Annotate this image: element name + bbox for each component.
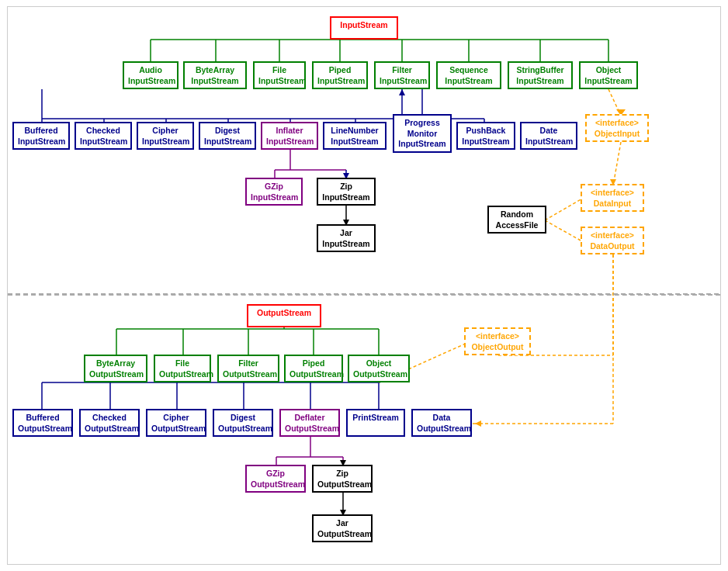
outputstream-node: OutputStream bbox=[247, 304, 321, 327]
filter-outputstream-node: FilterOutputStream bbox=[217, 355, 279, 382]
bytearray-inputstream-node: ByteArrayInputStream bbox=[183, 61, 247, 89]
gzip-inputstream-node: GZipInputStream bbox=[245, 178, 303, 206]
buffered-inputstream-node: BufferedInputStream bbox=[12, 122, 70, 150]
dataoutput-interface-node: <interface>DataOutput bbox=[581, 227, 644, 254]
randomaccessfile-node: RandomAccessFile bbox=[487, 206, 546, 234]
digest-inputstream-node: DigestInputStream bbox=[199, 122, 256, 150]
piped-outputstream-node: PipedOutputStream bbox=[284, 355, 343, 382]
objectoutput-interface-node: <interface>ObjectOutput bbox=[464, 327, 531, 355]
zip-inputstream-node: ZipInputStream bbox=[317, 178, 376, 206]
date-inputstream-node: DateInputStream bbox=[520, 122, 577, 150]
checked-outputstream-node: CheckedOutputStream bbox=[79, 409, 140, 437]
file-inputstream-node: FileInputStream bbox=[253, 61, 306, 89]
filter-inputstream-node: FilterInputStream bbox=[374, 61, 430, 89]
zip-outputstream-node: ZipOutputStream bbox=[312, 465, 373, 493]
inflater-inputstream-node: InflaterInputStream bbox=[261, 122, 318, 150]
digest-outputstream-node: DigestOutputStream bbox=[213, 409, 273, 437]
svg-marker-24 bbox=[399, 89, 405, 95]
objectinput-interface-node: <interface>ObjectInput bbox=[585, 114, 649, 142]
bytearray-outputstream-node: ByteArrayOutputStream bbox=[84, 355, 147, 382]
svg-line-32 bbox=[608, 89, 621, 116]
piped-inputstream-node: PipedInputStream bbox=[312, 61, 368, 89]
pushback-inputstream-node: PushBackInputStream bbox=[456, 122, 515, 150]
sequence-inputstream-node: SequenceInputStream bbox=[436, 61, 501, 89]
audio-inputstream-node: AudioInputStream bbox=[123, 61, 179, 89]
buffered-outputstream-node: BufferedOutputStream bbox=[12, 409, 73, 437]
progressmonitor-inputstream-node: ProgressMonitorInputStream bbox=[393, 114, 452, 153]
data-outputstream-node: DataOutputStream bbox=[411, 409, 472, 437]
datainput-interface-node: <interface>DataInput bbox=[581, 184, 644, 212]
linenumber-inputstream-node: LineNumberInputStream bbox=[323, 122, 387, 150]
inputstream-node: InputStream bbox=[330, 16, 398, 40]
class-diagram: InputStream AudioInputStream ByteArrayIn… bbox=[7, 6, 721, 565]
svg-line-36 bbox=[545, 199, 582, 220]
svg-line-37 bbox=[545, 220, 582, 241]
file-outputstream-node: FileOutputStream bbox=[154, 355, 211, 382]
deflater-outputstream-node: DeflaterOutputStream bbox=[279, 409, 340, 437]
svg-marker-40 bbox=[475, 420, 481, 427]
jar-outputstream-node: JarOutputStream bbox=[312, 514, 373, 542]
printstream-node: PrintStream bbox=[346, 409, 405, 437]
jar-inputstream-node: JarInputStream bbox=[317, 224, 376, 252]
cipher-inputstream-node: CipherInputStream bbox=[137, 122, 194, 150]
checked-inputstream-node: CheckedInputStream bbox=[75, 122, 132, 150]
svg-line-34 bbox=[613, 142, 621, 185]
object-outputstream-node: ObjectOutputStream bbox=[348, 355, 410, 382]
object-inputstream-node: ObjectInputStream bbox=[579, 61, 638, 89]
stringbuffer-inputstream-node: StringBufferInputStream bbox=[508, 61, 573, 89]
cipher-outputstream-node: CipherOutputStream bbox=[146, 409, 206, 437]
gzip-outputstream-node: GZipOutputStream bbox=[245, 465, 306, 493]
section-divider bbox=[8, 294, 720, 296]
